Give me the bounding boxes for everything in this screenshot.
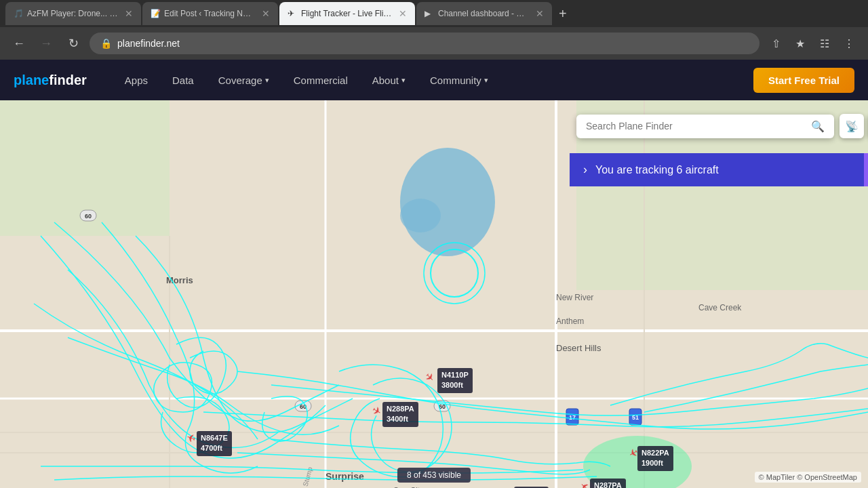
- browser-menu-button[interactable]: ⋮: [838, 33, 860, 54]
- map-container[interactable]: 60 60 60 17 17 51 Morris New River Anthe…: [0, 100, 868, 488]
- app-container: planefinder AppsDataCoverage▾CommercialA…: [0, 60, 868, 488]
- aircraft-label-n8647e[interactable]: N8647E4700ft: [197, 431, 232, 456]
- nav-label: About: [372, 75, 399, 86]
- nav-item-about[interactable]: About▾: [361, 69, 416, 92]
- bookmark-button[interactable]: ★: [789, 33, 811, 54]
- svg-text:Cave Creek: Cave Creek: [698, 303, 742, 312]
- nav-item-coverage[interactable]: Coverage▾: [208, 69, 280, 92]
- tracking-chevron: ›: [583, 163, 587, 177]
- tab-close-button[interactable]: ✕: [399, 8, 407, 19]
- start-free-button[interactable]: Start Free Trial: [753, 68, 854, 93]
- forward-button[interactable]: →: [35, 33, 57, 54]
- new-tab-button[interactable]: +: [553, 3, 572, 24]
- status-bar: 8 of 453 visible: [397, 468, 471, 483]
- url-text: planefinder.net: [117, 38, 180, 49]
- svg-text:New River: New River: [556, 293, 593, 302]
- tab-tab1[interactable]: 🎵 AzFM Player: Drone... 🔇 ✕: [5, 2, 141, 25]
- search-bar: 🔍: [576, 115, 834, 138]
- search-icon[interactable]: 🔍: [811, 120, 825, 133]
- chevron-down-icon: ▾: [401, 76, 406, 85]
- tab-close-button[interactable]: ✕: [125, 8, 133, 19]
- share-button[interactable]: ⇧: [765, 33, 787, 54]
- search-input[interactable]: [586, 121, 806, 131]
- nav-item-community[interactable]: Community▾: [419, 69, 499, 92]
- svg-text:17: 17: [569, 414, 576, 421]
- tab-close-button[interactable]: ✕: [536, 8, 544, 19]
- tab-title: Flight Tracker - Live Flight...: [301, 9, 392, 18]
- aircraft-label-n287pa[interactable]: N287PA2300ft: [590, 479, 626, 488]
- tracking-text: You are tracking 6 aircraft: [595, 164, 719, 176]
- nav-label: Commercial: [294, 75, 348, 86]
- address-bar[interactable]: 🔒 planefinder.net: [90, 33, 760, 54]
- aircraft-label-n4110p[interactable]: N4110P3800ft: [437, 368, 473, 393]
- visible-count: 8 of 453 visible: [407, 470, 461, 480]
- browser-chrome: 🎵 AzFM Player: Drone... 🔇 ✕ 📝 Edit Post …: [0, 0, 868, 60]
- reload-button[interactable]: ↻: [62, 33, 84, 54]
- aircraft-label-n822pa[interactable]: N822PA1900ft: [637, 446, 673, 471]
- svg-text:60: 60: [85, 213, 92, 220]
- nav-label: Community: [430, 75, 481, 86]
- nav-label: Apps: [125, 75, 148, 86]
- map-credit: © MapTiler © OpenStreetMap: [755, 472, 861, 483]
- nav-item-apps[interactable]: Apps: [114, 69, 159, 92]
- toolbar-actions: ⇧ ★ ☷ ⋮: [765, 33, 860, 54]
- search-overlay: 🔍 📡 🔔 1 🔖 ⚙ 👤: [570, 114, 868, 138]
- aircraft-label-n288pa[interactable]: N288PA3400ft: [382, 402, 418, 427]
- tab-title: Channel dashboard - You...: [438, 9, 529, 18]
- svg-point-4: [400, 199, 441, 232]
- nav-label: Coverage: [218, 75, 262, 86]
- tab-manager-button[interactable]: ☷: [814, 33, 835, 54]
- tab-favicon: ✈: [288, 9, 297, 18]
- nav-links: AppsDataCoverage▾CommercialAbout▾Communi…: [114, 69, 753, 92]
- tab-close-button[interactable]: ✕: [262, 8, 270, 19]
- svg-text:Anthem: Anthem: [556, 317, 584, 326]
- svg-text:Surprise: Surprise: [326, 471, 364, 482]
- tab-favicon: ▶: [425, 9, 434, 18]
- lock-icon: 🔒: [100, 38, 112, 49]
- nav-item-data[interactable]: Data: [161, 69, 205, 92]
- tab-favicon: 🎵: [14, 9, 23, 18]
- address-bar-row: ← → ↻ 🔒 planefinder.net ⇧ ★ ☷ ⋮: [0, 27, 868, 60]
- tab-tab4[interactable]: ▶ Channel dashboard - You... ✕: [416, 2, 552, 25]
- chevron-down-icon: ▾: [265, 76, 269, 85]
- nav-label: Data: [172, 75, 194, 86]
- tab-tab2[interactable]: 📝 Edit Post ‹ Tracking Nazi G... ✕: [142, 2, 278, 25]
- tab-title: Edit Post ‹ Tracking Nazi G...: [164, 9, 255, 18]
- tab-title: AzFM Player: Drone... 🔇: [27, 9, 118, 18]
- svg-text:Desert Hills: Desert Hills: [556, 343, 601, 353]
- logo: planefinder: [14, 73, 87, 88]
- svg-text:Morris: Morris: [166, 275, 193, 285]
- tab-favicon: 📝: [151, 9, 160, 18]
- search-actions: 📡 🔔 1 🔖 ⚙ 👤: [840, 114, 868, 138]
- chevron-down-icon: ▾: [484, 76, 488, 85]
- tracking-divider: [864, 153, 868, 186]
- radar-button[interactable]: 📡: [840, 114, 864, 138]
- back-button[interactable]: ←: [8, 33, 30, 54]
- tracking-banner[interactable]: › You are tracking 6 aircraft: [570, 153, 868, 186]
- tab-bar: 🎵 AzFM Player: Drone... 🔇 ✕ 📝 Edit Post …: [0, 0, 868, 27]
- tab-tab3[interactable]: ✈ Flight Tracker - Live Flight... ✕: [279, 2, 415, 25]
- navbar: planefinder AppsDataCoverage▾CommercialA…: [0, 60, 868, 100]
- nav-item-commercial[interactable]: Commercial: [283, 69, 359, 92]
